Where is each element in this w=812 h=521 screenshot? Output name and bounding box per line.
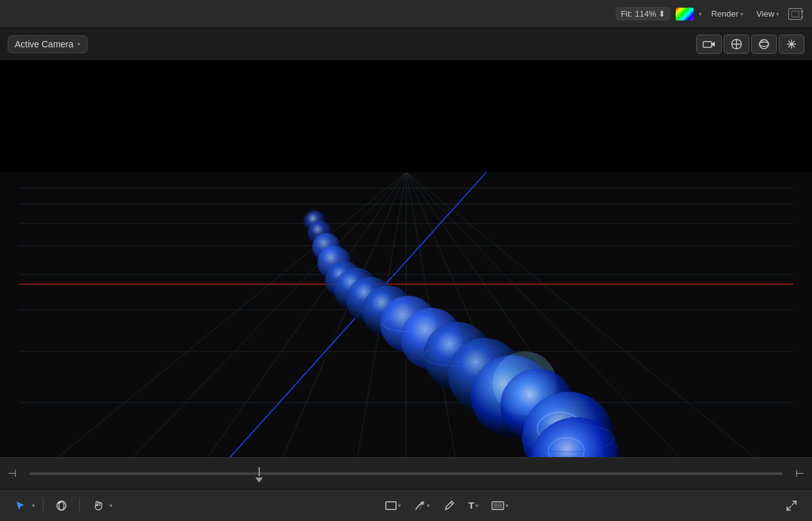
viewport-canvas[interactable]: ⊣ ⊢ [0,60,812,489]
separator-1 [43,498,44,513]
scene-svg [0,60,812,489]
svg-line-15 [102,172,406,489]
svg-point-4 [760,42,768,47]
layout-stepper[interactable]: ▲ ▼ [800,8,804,20]
pencil-tool-button[interactable] [439,495,459,516]
fit-label: Fit: [621,9,632,19]
text-tool-arrow: ▾ [475,502,479,509]
orbit-tool-button[interactable] [51,495,72,516]
camera-chevron: ▾ [77,41,81,47]
timeline-end-button[interactable]: ⊢ [795,467,804,479]
timeline-playhead[interactable] [255,467,263,483]
hand-tool-group: ▾ [88,495,113,516]
stepper-up[interactable]: ▲ [800,8,804,13]
top-toolbar: Fit: 114% ⬍ ▾ Render ▾ View ▾ ▲ ▼ [0,0,812,28]
render-chevron: ▾ [740,11,744,17]
pen-tool-group[interactable]: ▾ [410,497,434,514]
render-label: Render [711,9,738,19]
color-picker-chevron[interactable]: ▾ [699,11,702,17]
stepper-down[interactable]: ▼ [800,15,804,20]
text-tool-icon: T [468,500,474,511]
timeline-bar: ⊣ ⊢ [0,457,812,489]
text-tool-group[interactable]: T ▾ [465,497,482,513]
svg-line-14 [19,172,406,489]
view-chevron: ▾ [776,11,779,17]
separator-2 [79,498,80,513]
select-tool-group: ▾ [10,495,35,516]
svg-point-3 [760,40,768,49]
timeline-start-button[interactable]: ⊣ [8,467,17,479]
svg-rect-50 [386,502,396,509]
orbit-tool-button[interactable] [751,35,777,54]
viewport-container: Active Camera ▾ [0,28,812,489]
svg-rect-1 [703,42,712,47]
camera-label: Active Camera [15,39,74,49]
camera-selector[interactable]: Active Camera ▾ [8,35,88,53]
color-tool-group[interactable]: ▾ [488,499,513,513]
timeline-track[interactable] [29,472,783,475]
fit-value: 114% [635,9,656,19]
pen-tool-arrow: ▾ [427,502,430,509]
hand-tool-arrow[interactable]: ▾ [109,502,113,509]
color-picker-swatch[interactable] [676,8,694,20]
svg-rect-0 [792,11,799,17]
viewport-header: Active Camera ▾ [0,28,812,60]
hand-tool-button[interactable] [88,495,108,516]
view-label: View [756,9,774,19]
shape-tool-arrow: ▾ [398,502,401,509]
camera-tool-button[interactable] [696,35,722,54]
layout-tool-button[interactable] [779,35,804,54]
fit-chevron: ⬍ [658,9,665,19]
viewport-tools-right [696,35,804,54]
color-tool-arrow: ▾ [506,502,509,509]
fit-control[interactable]: Fit: 114% ⬍ [616,7,671,20]
svg-rect-53 [493,503,502,508]
layout-control[interactable]: ▲ ▼ [788,8,804,20]
select-tool-arrow[interactable]: ▾ [32,502,35,509]
render-dropdown[interactable]: Render ▾ [707,7,747,20]
shape-tool-group[interactable]: ▾ [381,499,405,513]
view-dropdown[interactable]: View ▾ [752,7,783,20]
resize-tool-button[interactable] [781,495,802,516]
move-tool-button[interactable] [724,35,749,54]
select-tool-button[interactable] [10,495,31,516]
bottom-toolbar: ▾ ▾ ▾ ▾ [0,489,812,521]
